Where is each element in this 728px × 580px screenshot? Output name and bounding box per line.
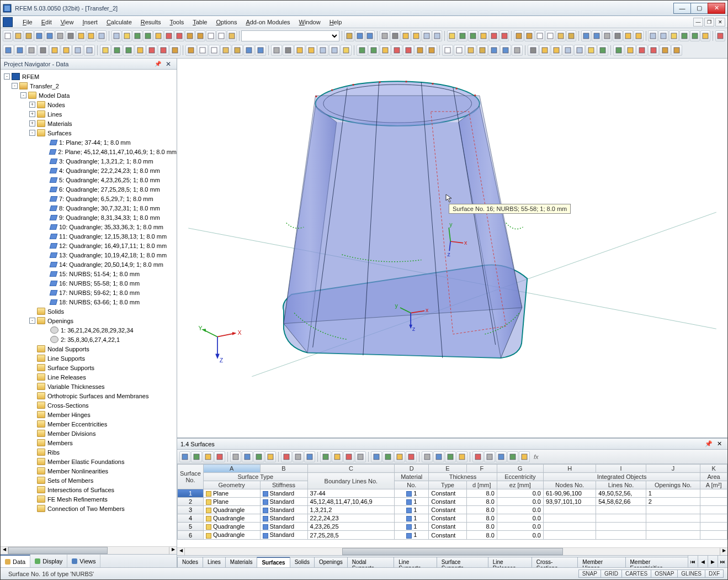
tree-surfaces[interactable]: -Surfaces (1, 128, 177, 138)
table-tb-17[interactable] (394, 451, 405, 462)
tree-surface-17[interactable]: 17: NURBS; 59-62; 1; 8.0 mm (1, 288, 177, 297)
menu-table[interactable]: Table (188, 18, 211, 27)
toolbar-btn-8[interactable] (87, 30, 97, 41)
table-row[interactable]: 2PlaneStandard45,12,48,11,47,10,46,91Con… (178, 498, 727, 506)
navigator-tree[interactable]: -RFEM-Transfer_2-Model Data+Nodes+Lines+… (1, 70, 177, 546)
table-tb-19[interactable] (422, 451, 433, 462)
toolbar2-btn-39[interactable] (477, 45, 488, 56)
table-row[interactable]: 4QuadrangleStandard22,2,24,231Constant8.… (178, 514, 727, 523)
maximize-button[interactable]: ▢ (690, 3, 708, 14)
mdi-restore-button[interactable]: ❐ (704, 18, 714, 27)
toolbar2-btn-27[interactable] (329, 45, 340, 56)
tree-member-divisions[interactable]: Member Divisions (1, 429, 177, 438)
toolbar2-btn-24[interactable] (294, 45, 305, 56)
table-tb-1[interactable] (191, 451, 202, 462)
toolbar-btn-36[interactable] (499, 30, 509, 41)
toolbar-btn-20[interactable] (216, 30, 226, 41)
table-grid[interactable]: SurfaceNo.ABCDEFGHIJKSurface TypeBoundar… (177, 464, 727, 547)
menu-results[interactable]: Results (136, 18, 166, 27)
table-tb-14[interactable] (355, 451, 366, 462)
menu-edit[interactable]: Edit (37, 18, 56, 27)
table-row[interactable]: 6QuadrangleStandard27,25,28,51Constant8.… (178, 531, 727, 539)
navigator-tab-views[interactable]: Views (67, 555, 100, 567)
tree-nodes[interactable]: +Nodes (1, 100, 177, 109)
tree-surface-15[interactable]: 15: NURBS; 51-54; 1; 8.0 mm (1, 269, 177, 278)
tree-surface-14[interactable]: 14: Quadrangle; 20,50,14,9; 1; 8.0 mm (1, 260, 177, 269)
toolbar-btn-2[interactable] (24, 30, 34, 41)
toolbar2-btn-37[interactable] (454, 45, 465, 56)
toolbar-btn-51[interactable] (669, 30, 679, 41)
app-menu-icon[interactable] (3, 17, 13, 27)
navigator-tab-data[interactable]: Data (1, 555, 30, 567)
toolbar-btn-25[interactable] (380, 30, 390, 41)
table-row[interactable]: 3QuadrangleStandard1,3,21,21Constant8.00… (178, 506, 727, 514)
toolbar-btn-30[interactable] (432, 30, 442, 41)
toolbar-btn-10[interactable] (111, 30, 121, 41)
toolbar-btn-34[interactable] (479, 30, 488, 41)
tree-surface-6[interactable]: 6: Quadrangle; 27,25,28,5; 1; 8.0 mm (1, 184, 177, 194)
toolbar2-btn-35[interactable] (426, 45, 437, 56)
toolbar-btn-35[interactable] (489, 30, 499, 41)
tree-orthotropic-surfaces-and-membranes[interactable]: Orthotropic Surfaces and Membranes (1, 391, 177, 400)
toolbar-btn-23[interactable] (355, 30, 365, 41)
toolbar-btn-11[interactable] (122, 30, 132, 41)
3d-viewport[interactable]: x y z x y z X Y Z Sur (177, 59, 727, 437)
toolbar-btn-49[interactable] (648, 30, 658, 41)
table-tab-line-supports[interactable]: Line Supports (394, 557, 437, 567)
table-row[interactable]: 5QuadrangleStandard4,23,26,251Constant8.… (178, 523, 727, 531)
toolbar2-btn-29[interactable] (357, 45, 368, 56)
table-tb-8[interactable] (281, 451, 292, 462)
toolbar-btn-4[interactable] (45, 30, 55, 41)
tree-members[interactable]: Members (1, 438, 177, 447)
table-tab-materials[interactable]: Materials (225, 557, 258, 567)
table-tab-surfaces[interactable]: Surfaces (257, 557, 290, 567)
toolbar-btn-37[interactable] (514, 30, 524, 41)
toolbar-btn-39[interactable] (535, 30, 545, 41)
table-tb-0[interactable] (179, 451, 190, 462)
tree-line-supports[interactable]: Line Supports (1, 354, 177, 363)
tree-openings[interactable]: -Openings (1, 316, 177, 325)
table-tb-9[interactable] (293, 451, 304, 462)
menu-help[interactable]: Help (325, 18, 347, 27)
tree-model[interactable]: -Transfer_2 (1, 81, 177, 91)
table-tb-22[interactable] (456, 451, 467, 462)
toolbar-btn-43[interactable] (581, 30, 591, 41)
table-tb-20[interactable] (433, 451, 444, 462)
table-tb-13[interactable] (343, 451, 354, 462)
toolbar-btn-17[interactable] (185, 30, 195, 41)
table-tb-16[interactable] (382, 451, 394, 462)
tree-surface-2[interactable]: 2: Plane; 45,12,48,11,47,10,46,9; 1; 8.0… (1, 147, 177, 156)
status-glines[interactable]: GLINES (677, 570, 705, 578)
toolbar-btn-15[interactable] (164, 30, 174, 41)
tree-lines[interactable]: +Lines (1, 109, 177, 119)
menu-view[interactable]: View (56, 18, 78, 27)
toolbar-btn-38[interactable] (524, 30, 534, 41)
table-tb-26[interactable] (507, 451, 518, 462)
table-pin-button[interactable]: 📌 (703, 440, 715, 447)
table-tab-arrow-3[interactable]: ⏭ (718, 556, 727, 567)
toolbar2-btn-6[interactable] (72, 45, 83, 56)
tree-surface-8[interactable]: 8: Quadrangle; 30,7,32,31; 1; 8.0 mm (1, 203, 177, 213)
toolbar2-btn-22[interactable] (271, 45, 282, 56)
toolbar2-btn-21[interactable] (255, 45, 266, 56)
toolbar-btn-12[interactable] (132, 30, 142, 41)
tree-member-elastic-foundations[interactable]: Member Elastic Foundations (1, 457, 177, 466)
table-tab-member-eccentricities[interactable]: Member Eccentricities (625, 557, 688, 567)
toolbar2-btn-54[interactable] (660, 45, 671, 56)
toolbar-combo[interactable] (241, 30, 339, 41)
tree-member-hinges[interactable]: Member Hinges (1, 410, 177, 419)
tree-nodal-supports[interactable]: Nodal Supports (1, 344, 177, 354)
toolbar2-btn-26[interactable] (317, 45, 328, 56)
menu-file[interactable]: File (18, 18, 37, 27)
toolbar-btn-42[interactable] (566, 30, 576, 41)
navigator-hscroll[interactable]: ◀ ▶ (1, 546, 177, 554)
toolbar-btn-54[interactable] (700, 30, 710, 41)
navigator-tab-display[interactable]: Display (30, 555, 67, 567)
tree-opening-2[interactable]: 2: 35,8,30,6,27,4,22,1 (1, 335, 177, 344)
toolbar-btn-41[interactable] (556, 30, 566, 41)
tree-surface-supports[interactable]: Surface Supports (1, 363, 177, 372)
tree-surface-16[interactable]: 16: NURBS; 55-58; 1; 8.0 mm (1, 278, 177, 288)
toolbar2-btn-47[interactable] (574, 45, 585, 56)
toolbar2-btn-9[interactable] (111, 45, 123, 56)
toolbar2-btn-45[interactable] (551, 45, 562, 56)
